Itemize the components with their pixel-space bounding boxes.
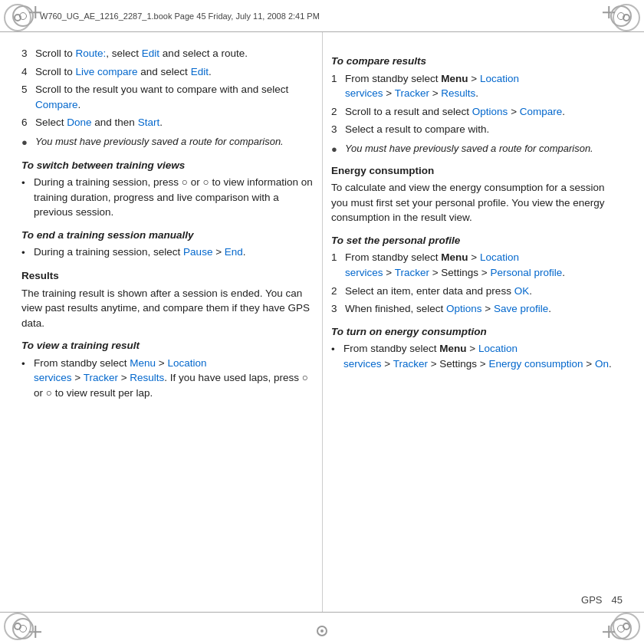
heading-view-result: To view a training result [21,338,313,353]
heading-personal-profile: To set the personal profile [331,233,623,248]
bullet-switch-views: • During a training session, press ○ or … [21,175,313,220]
energy-body: To calculate and view the energy consump… [331,180,623,225]
results-body: The training result is shown after a ses… [21,286,313,331]
compass-icon-right [610,5,632,27]
note-comparison: ● You must have previously saved a route… [21,135,313,150]
footer-page: GPS 45 [581,594,623,606]
heading-switch-views: To switch between training views [21,158,313,173]
step-6: 6 Select Done and then Start. [21,115,313,130]
compass-icon-bottom-right [610,618,632,639]
page-container: W760_UG_AE_1216_2287_1.book Page 45 Frid… [0,0,644,644]
compare-step-3: 3 Select a result to compare with. [331,122,623,137]
bullet-view-result: • From standby select Menu > Locationser… [21,356,313,401]
bottom-bar [0,612,644,644]
bullet-end-session: • During a training session, select Paus… [21,245,313,261]
right-column: To compare results 1 From standby select… [331,46,623,603]
step-4: 4 Scroll to Live compare and select Edit… [21,64,313,80]
bullet-energy-on: • From standby select Menu > Locationser… [331,341,623,371]
step-5: 5 Scroll to the result you want to compa… [21,82,313,112]
page-title: W760_UG_AE_1216_2287_1.book Page 45 Frid… [40,12,320,21]
compass-icon-bottom-left [12,618,34,639]
top-bar-right [610,5,632,27]
center-bottom-dot [317,626,327,636]
heading-energy-on: To turn on energy consumption [331,324,623,340]
top-bar-left: W760_UG_AE_1216_2287_1.book Page 45 Frid… [12,5,320,27]
heading-compare-results: To compare results [331,54,623,69]
heading-end-session: To end a training session manually [21,228,313,243]
profile-step-2: 2 Select an item, enter data and press O… [331,284,623,299]
heading-results: Results [21,268,313,284]
note-comparison-right: ● You must have previously saved a route… [331,142,623,157]
compare-step-1: 1 From standby select Menu > Locationser… [331,71,623,101]
main-content: 3 Scroll to Route:, select Edit and sele… [0,32,644,612]
compare-step-2: 2 Scroll to a result and select Options … [331,104,623,120]
step-3: 3 Scroll to Route:, select Edit and sele… [21,46,313,61]
compass-icon [12,5,34,27]
profile-step-1: 1 From standby select Menu > Locationser… [331,250,623,280]
top-bar: W760_UG_AE_1216_2287_1.book Page 45 Frid… [0,0,644,32]
profile-step-3: 3 When finished, select Options > Save p… [331,301,623,317]
heading-energy: Energy consumption [331,163,623,179]
gps-label: GPS [581,594,602,606]
page-number: 45 [612,594,623,606]
left-column: 3 Scroll to Route:, select Edit and sele… [21,46,313,603]
